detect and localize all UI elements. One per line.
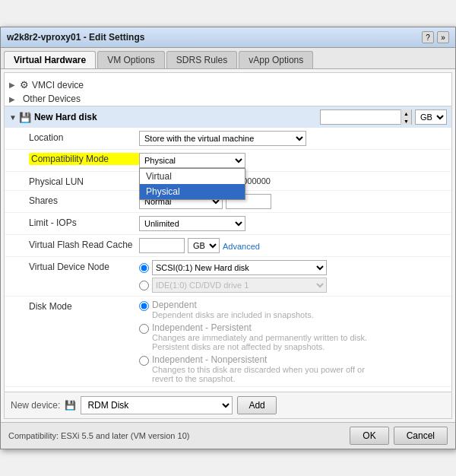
- tab-vm-options[interactable]: VM Options: [97, 51, 165, 68]
- edit-settings-window: w2k8r2-vproxy01 - Edit Settings ? » Virt…: [0, 27, 456, 449]
- title-bar: w2k8r2-vproxy01 - Edit Settings ? »: [1, 27, 455, 48]
- expand-icon: ▶: [9, 81, 18, 89]
- virtual-flash-label: Virtual Flash Read Cache: [29, 238, 139, 250]
- independent-persistent-text: Independent - Persistent Changes are imm…: [152, 322, 380, 351]
- ide-radio[interactable]: [139, 281, 149, 290]
- expand-arrow-icon: ▼: [9, 113, 17, 122]
- ide-select[interactable]: IDE(1:0) CD/DVD drive 1: [152, 278, 327, 293]
- independent-nonpersistent-desc: Changes to this disk are discarded when …: [152, 365, 380, 383]
- disk-mode-dependent: Dependent Dependent disks are included i…: [139, 300, 314, 319]
- independent-persistent-title: Independent - Persistent: [152, 322, 380, 333]
- vfrc-value-container: 0 GB Advanced: [139, 238, 445, 253]
- compat-dropdown-wrap: Physical Virtual Physical: [139, 153, 245, 168]
- tab-sdrs-rules[interactable]: SDRS Rules: [166, 51, 237, 68]
- bottom-buttons: OK Cancel: [350, 427, 448, 445]
- limit-select[interactable]: Unlimited: [139, 216, 245, 231]
- bottom-bar: Compatibility: ESXi 5.5 and later (VM ve…: [1, 422, 455, 449]
- independent-nonpersistent-radio[interactable]: [139, 356, 149, 366]
- ide-radio-row: IDE(1:0) CD/DVD drive 1: [139, 278, 327, 293]
- title-controls: ? »: [422, 31, 449, 43]
- independent-persistent-radio[interactable]: [139, 324, 149, 334]
- virtual-device-node-label: Virtual Device Node: [29, 260, 139, 272]
- help-button[interactable]: ?: [422, 31, 434, 43]
- virtual-flash-row: Virtual Flash Read Cache 0 GB Advanced: [5, 235, 451, 257]
- tree-item-vmci[interactable]: ▶ ⚙ VMCI device: [5, 78, 451, 92]
- scsi-radio[interactable]: [139, 263, 149, 273]
- compatibility-select[interactable]: Physical: [139, 153, 245, 168]
- dependent-desc: Dependent disks are included in snapshot…: [152, 310, 314, 319]
- dependent-title: Dependent: [152, 300, 314, 310]
- new-device-row: New device: 💾 RDM Disk Add: [5, 392, 451, 418]
- expand-icon: ▶: [9, 95, 18, 103]
- physical-option[interactable]: Physical: [140, 184, 245, 199]
- cancel-button[interactable]: Cancel: [394, 427, 448, 445]
- disk-mode-options-container: Dependent Dependent disks are included i…: [139, 300, 445, 383]
- compatibility-dropdown-popup: Virtual Physical: [139, 168, 245, 200]
- location-label: Location: [29, 131, 139, 143]
- disk-mode-independent-nonpersistent: Independent - Nonpersistent Changes to t…: [139, 354, 380, 383]
- compatibility-mode-label: Compatibility Mode: [29, 153, 139, 165]
- independent-nonpersistent-title: Independent - Nonpersistent: [152, 354, 380, 365]
- virtual-device-node-row: Virtual Device Node SCSI(0:1) New Hard d…: [5, 257, 451, 297]
- add-button[interactable]: Add: [237, 396, 276, 414]
- tab-bar: Virtual Hardware VM Options SDRS Rules v…: [1, 48, 455, 69]
- location-value-container: Store with the virtual machine: [139, 131, 445, 146]
- spin-buttons: ▲ ▼: [401, 109, 411, 125]
- disk-size-input[interactable]: 2,035.0785522460938: [321, 110, 401, 124]
- expand-button[interactable]: »: [437, 31, 449, 43]
- location-row: Location Store with the virtual machine: [5, 128, 451, 150]
- advanced-link[interactable]: Advanced: [223, 240, 260, 251]
- limit-iops-value-container: Unlimited: [139, 216, 445, 231]
- disk-mode-independent-persistent: Independent - Persistent Changes are imm…: [139, 322, 380, 351]
- ok-button[interactable]: OK: [350, 427, 388, 445]
- tree-item-other[interactable]: ▶ Other Devices: [5, 92, 451, 106]
- vmci-label: VMCI device: [32, 80, 84, 90]
- independent-nonpersistent-text: Independent - Nonpersistent Changes to t…: [152, 354, 380, 383]
- new-device-select[interactable]: RDM Disk: [81, 396, 233, 414]
- content-area: ▶ ⚙ VMCI device ▶ Other Devices ▼ 💾 New …: [4, 72, 452, 419]
- disk-icon: 💾: [19, 112, 31, 123]
- vdn-value-container: SCSI(0:1) New Hard disk IDE(1:0) CD/DVD …: [139, 260, 445, 293]
- tab-vapp-options[interactable]: vApp Options: [239, 51, 313, 68]
- new-hard-disk-header[interactable]: ▼ 💾 New Hard disk 2,035.0785522460938 ▲ …: [5, 106, 451, 128]
- dependent-radio[interactable]: [139, 301, 149, 311]
- location-select[interactable]: Store with the virtual machine: [139, 131, 306, 146]
- scroll-area: ▶ ⚙ VMCI device ▶ Other Devices ▼ 💾 New …: [5, 73, 451, 392]
- spin-up-button[interactable]: ▲: [401, 109, 411, 117]
- compatibility-mode-row: Compatibility Mode Physical Virtual Phys…: [5, 150, 451, 172]
- physical-lun-label: Physical LUN: [29, 175, 139, 187]
- scsi-radio-row: SCSI(0:1) New Hard disk: [139, 260, 327, 275]
- spin-down-button[interactable]: ▼: [401, 117, 411, 125]
- disk-mode-row: Disk Mode Dependent Dependent disks are …: [5, 297, 451, 387]
- compatibility-mode-value-container: Physical Virtual Physical: [139, 153, 445, 168]
- new-device-label: New device:: [11, 400, 60, 411]
- disk-mode-label: Disk Mode: [29, 300, 139, 312]
- limit-iops-label: Limit - IOPs: [29, 216, 139, 228]
- dependent-text: Dependent Dependent disks are included i…: [152, 300, 314, 319]
- compatibility-text: Compatibility: ESXi 5.5 and later (VM ve…: [8, 431, 189, 440]
- size-unit-select[interactable]: GB: [415, 109, 447, 125]
- disk-size-controls: 2,035.0785522460938 ▲ ▼ GB: [320, 109, 447, 125]
- independent-persistent-desc: Changes are immediately and permanently …: [152, 333, 380, 351]
- disk-size-input-wrap: 2,035.0785522460938 ▲ ▼: [320, 109, 412, 125]
- scsi-select[interactable]: SCSI(0:1) New Hard disk: [152, 260, 327, 275]
- window-title: w2k8r2-vproxy01 - Edit Settings: [7, 32, 144, 43]
- limit-iops-row: Limit - IOPs Unlimited: [5, 213, 451, 235]
- vmci-icon: ⚙: [20, 79, 29, 90]
- shares-label: Shares: [29, 194, 139, 206]
- vfrc-input[interactable]: 0: [139, 238, 185, 253]
- other-devices-label: Other Devices: [23, 94, 81, 104]
- rdm-disk-icon: 💾: [65, 400, 76, 411]
- tab-virtual-hardware[interactable]: Virtual Hardware: [4, 51, 96, 68]
- virtual-option[interactable]: Virtual: [140, 169, 245, 184]
- new-hard-disk-label: New Hard disk: [34, 112, 320, 122]
- vfrc-unit-select[interactable]: GB: [188, 238, 220, 253]
